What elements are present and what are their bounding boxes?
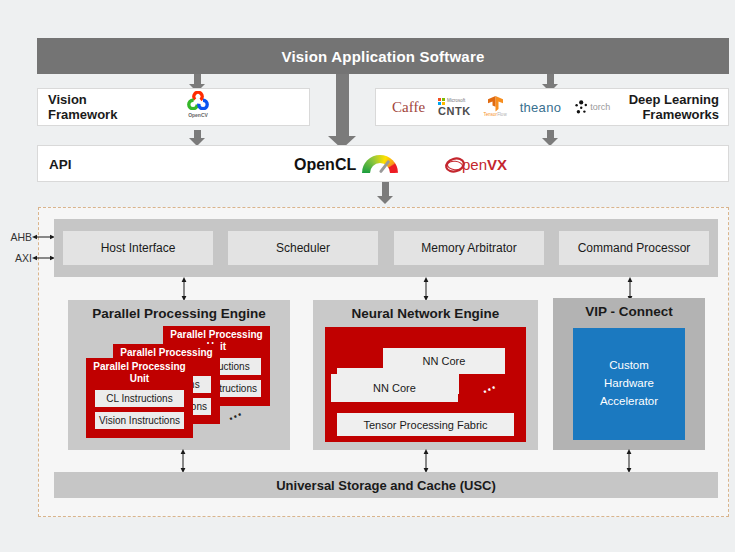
opencv-logo: OpenCV: [180, 91, 216, 118]
tensorflow-icon: [488, 96, 503, 112]
vertical-double-arrow-icon: [625, 449, 633, 473]
vertical-double-arrow-icon: [180, 277, 188, 301]
control-bar: Host Interface Scheduler Memory Arbitrat…: [54, 219, 718, 277]
parallel-processing-unit-front: Parallel Processing Unit CL Instructions…: [86, 358, 193, 438]
down-arrow-api-to-hardware: [382, 182, 389, 196]
openvx-logo: pen VX: [444, 146, 507, 183]
microsoft-word: Microsoft: [447, 99, 465, 104]
scheduler-unit: Scheduler: [228, 231, 378, 265]
accelerator-label: Custom Hardware Accelerator: [588, 357, 670, 410]
nne-title: Neural Network Engine: [313, 306, 538, 321]
parallel-processing-engine: Parallel Processing Engine Parallel Proc…: [68, 300, 290, 450]
openvx-vx-word: VX: [487, 156, 507, 173]
torch-word: torch: [590, 102, 610, 112]
down-arrow-to-deep-learning: [547, 74, 554, 84]
tensorflow-logo: TensorFlow: [484, 96, 507, 118]
ppu-title: Parallel Processing Unit: [90, 361, 190, 385]
ahb-double-arrow-icon: [32, 233, 55, 241]
theano-logo: theano: [520, 100, 562, 115]
caffe-logo: Caffe: [392, 99, 425, 116]
vision-application-software-banner: Vision Application Software: [37, 38, 729, 74]
opencl-gauge-icon: [362, 155, 398, 175]
architecture-diagram: Vision Application Software Vision Frame…: [0, 0, 735, 552]
banner-title: Vision Application Software: [282, 48, 485, 65]
host-interface-unit: Host Interface: [63, 231, 213, 265]
memory-arbitrator-unit: Memory Arbitrator: [394, 231, 544, 265]
cntk-logo: Microsoft CNTK: [438, 98, 471, 117]
cl-instructions-box: CL Instructions: [95, 390, 184, 407]
command-processor-unit: Command Processor: [559, 231, 709, 265]
api-label: API: [49, 146, 72, 183]
axi-double-arrow-icon: [32, 254, 55, 262]
deep-learning-frameworks-box: Caffe Microsoft CNTK TensorFlow theano: [375, 88, 729, 126]
neural-network-engine: Neural Network Engine NN Core NN Core NN…: [313, 300, 538, 450]
down-arrow-dl-to-api: [547, 130, 554, 138]
vision-framework-box: Vision Framework OpenCV: [37, 88, 310, 126]
custom-hardware-accelerator: Custom Hardware Accelerator: [573, 328, 685, 440]
down-arrow-to-vision-framework: [194, 74, 201, 84]
down-arrow-vision-to-api: [194, 130, 201, 138]
vision-instructions-box: Vision Instructions: [95, 412, 184, 429]
nn-core-front: NN Core: [331, 374, 458, 402]
torch-logo: torch: [574, 100, 610, 115]
tensorflow-word-tensor: Tensor: [484, 112, 498, 117]
tensorflow-word-flow: Flow: [497, 112, 507, 117]
torch-dots-icon: [574, 100, 589, 115]
opencl-logo: OpenCL: [294, 146, 398, 183]
api-bar: API OpenCL pen VX: [37, 145, 729, 182]
vip-connect: VIP - Connect Custom Hardware Accelerato…: [553, 298, 705, 450]
openvx-pen-word: pen: [462, 156, 487, 173]
tensor-processing-fabric: Tensor Processing Fabric: [337, 413, 514, 436]
vip-title: VIP - Connect: [553, 304, 705, 319]
deep-learning-frameworks-label: Deep Learning Frameworks: [623, 92, 719, 123]
axi-label: AXI: [6, 252, 32, 264]
nne-red-block: NN Core NN Core NN Core … Tensor Process…: [325, 327, 526, 442]
vertical-double-arrow-icon: [422, 449, 430, 473]
ppe-title: Parallel Processing Engine: [68, 306, 290, 321]
vision-framework-label: Vision Framework: [48, 92, 158, 123]
cntk-word: CNTK: [438, 106, 471, 117]
universal-storage-cache-bar: Universal Storage and Cache (USC): [54, 472, 718, 498]
vertical-double-arrow-icon: [422, 277, 430, 301]
microsoft-flag-icon: [438, 98, 445, 105]
ahb-label: AHB: [6, 231, 32, 243]
usc-label: Universal Storage and Cache (USC): [276, 478, 496, 493]
vertical-double-arrow-icon: [179, 449, 187, 473]
opencl-word: OpenCL: [294, 156, 356, 174]
down-arrow-head-icon: [377, 196, 393, 204]
nne-ellipsis: …: [477, 374, 499, 396]
down-arrow-to-api: [336, 74, 349, 136]
opencv-caption: OpenCV: [180, 112, 216, 118]
opencv-icon: [185, 91, 211, 110]
gauge-needle-icon: [379, 159, 391, 173]
